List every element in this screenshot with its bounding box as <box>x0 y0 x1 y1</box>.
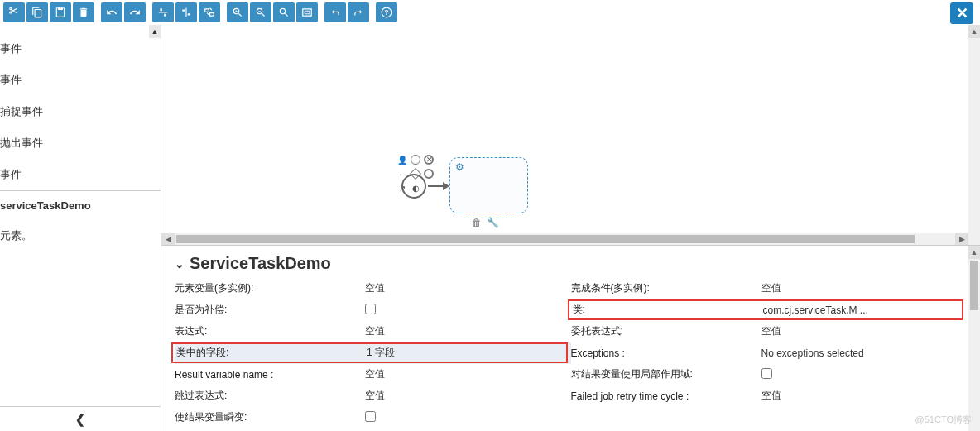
wrench-icon[interactable]: 🔧 <box>487 217 499 228</box>
prop-value <box>365 411 571 424</box>
checkbox[interactable] <box>365 304 376 314</box>
prop-row-right-4[interactable]: 对结果变量使用局部作用域: <box>571 364 968 386</box>
prop-row-left-5[interactable]: 跳过表达式:空值 <box>175 386 571 407</box>
sidebar-item-2[interactable]: 捕捉事件 <box>0 96 161 127</box>
copy-button[interactable] <box>26 2 48 22</box>
prop-label: 跳过表达式: <box>175 389 365 403</box>
prop-label: Exceptions : <box>571 347 761 359</box>
prop-value: 空值 <box>761 389 968 403</box>
collapse-properties-icon[interactable]: ⌄ <box>175 257 185 271</box>
properties-panel: ⌄ ServiceTaskDemo 元素变量(多实例):空值是否为补偿:表达式:… <box>161 245 980 431</box>
context-pad: 👤 ✕ ← ↗ ◐ <box>396 154 435 194</box>
prop-label: Failed job retry time cycle : <box>571 390 761 402</box>
prop-value: 1 字段 <box>367 346 563 360</box>
cut-button[interactable] <box>3 2 25 22</box>
checkbox[interactable] <box>761 368 772 379</box>
canvas[interactable]: ⚙ 👤 ✕ ← ↗ ◐ <box>161 25 980 245</box>
prop-label: 使结果变量瞬变: <box>175 410 365 424</box>
prop-row-left-2[interactable]: 表达式:空值 <box>175 321 571 342</box>
prop-row-left-4[interactable]: Result variable name :空值 <box>175 364 571 386</box>
bend-left-button[interactable] <box>324 2 346 22</box>
prop-row-left-6[interactable]: 使结果变量瞬变: <box>175 407 571 429</box>
prop-value: No exceptions selected <box>761 347 968 359</box>
prop-row-right-5[interactable]: Failed job retry time cycle :空值 <box>571 386 968 407</box>
prop-value: 空值 <box>365 281 571 295</box>
prop-value <box>365 304 571 317</box>
gateway-icon[interactable] <box>410 168 421 180</box>
prop-row-right-1[interactable]: 类:com.cj.serviceTask.M ... <box>571 299 968 321</box>
prop-label: 对结果变量使用局部作用域: <box>571 367 761 381</box>
zoom-out-button[interactable] <box>250 2 271 22</box>
sidebar-item-4[interactable]: 事件 <box>0 159 161 190</box>
canvas-hscroll[interactable]: ◀ ▶ <box>161 233 968 245</box>
prop-value: com.cj.serviceTask.M ... <box>763 304 959 316</box>
delete-button[interactable] <box>73 2 94 22</box>
properties-vscroll[interactable]: ▲ <box>968 246 980 431</box>
arrow-icon[interactable]: ← <box>396 168 408 180</box>
user-icon[interactable]: 👤 <box>396 154 408 165</box>
cancel-icon[interactable]: ✕ <box>423 154 435 165</box>
prop-row-right-0[interactable]: 完成条件(多实例):空值 <box>571 278 968 299</box>
zoom-in-button[interactable] <box>227 2 248 22</box>
zoom-fit-button[interactable] <box>273 2 295 22</box>
prop-label: 表达式: <box>175 324 365 338</box>
prop-value <box>761 368 968 381</box>
toolbar: ? ✕ <box>0 0 980 25</box>
gear-icon: ⚙ <box>455 161 464 173</box>
prop-row-right-2[interactable]: 委托表达式:空值 <box>571 321 968 342</box>
svg-text:?: ? <box>385 9 389 17</box>
align-h-button[interactable] <box>152 2 174 22</box>
watermark: @51CTO博客 <box>915 414 972 426</box>
same-size-button[interactable] <box>199 2 220 22</box>
bend-right-button[interactable] <box>348 2 369 22</box>
prop-value: 空值 <box>365 324 571 338</box>
circle-icon[interactable] <box>410 154 421 165</box>
prop-label: 完成条件(多实例): <box>571 281 761 295</box>
prop-value: 空值 <box>365 367 571 381</box>
sidebar-item-6[interactable]: serviceTaskDemo <box>0 191 161 220</box>
prop-row-left-3[interactable]: 类中的字段:1 字段 <box>175 342 571 364</box>
connect-icon[interactable]: ↗ <box>396 182 408 194</box>
sidebar-item-3[interactable]: 抛出事件 <box>0 127 161 159</box>
prop-label: 是否为补偿: <box>175 303 365 317</box>
prop-label: 类中的字段: <box>176 346 367 360</box>
prop-value: 空值 <box>365 389 571 403</box>
redo-button[interactable] <box>124 2 146 22</box>
collapse-left-icon: ❮ <box>75 413 85 426</box>
close-button[interactable]: ✕ <box>950 2 973 24</box>
canvas-vscroll[interactable]: ▲ <box>968 25 980 245</box>
prop-value: 空值 <box>761 281 968 295</box>
paste-button[interactable] <box>50 2 71 22</box>
sidebar: ▲ 事件事件捕捉事件抛出事件事件serviceTaskDemo元素。 ❮ <box>0 25 161 431</box>
prop-value: 空值 <box>761 324 968 338</box>
prop-row-left-1[interactable]: 是否为补偿: <box>175 299 571 321</box>
align-v-button[interactable] <box>175 2 197 22</box>
annotation-icon[interactable]: ◐ <box>410 182 421 194</box>
sidebar-item-1[interactable]: 事件 <box>0 65 161 96</box>
prop-label: 类: <box>573 303 763 317</box>
prop-row-right-3[interactable]: Exceptions :No exceptions selected <box>571 342 968 364</box>
prop-label: 元素变量(多实例): <box>175 281 365 295</box>
end-event-icon[interactable] <box>423 168 435 180</box>
help-button[interactable]: ? <box>376 2 397 22</box>
prop-row-left-0[interactable]: 元素变量(多实例):空值 <box>175 278 571 299</box>
prop-label: Result variable name : <box>175 369 365 381</box>
service-task-node[interactable]: ⚙ <box>449 157 528 213</box>
properties-title: ServiceTaskDemo <box>190 254 331 273</box>
undo-button[interactable] <box>101 2 122 22</box>
checkbox[interactable] <box>365 411 376 422</box>
sidebar-item-7[interactable]: 元素。 <box>0 220 161 251</box>
sidebar-collapse-bar[interactable]: ❮ <box>0 406 161 431</box>
sidebar-item-0[interactable]: 事件 <box>0 33 161 65</box>
delete-node-icon[interactable]: 🗑 <box>472 217 482 228</box>
prop-label: 委托表达式: <box>571 324 761 338</box>
zoom-actual-button[interactable] <box>296 2 318 22</box>
